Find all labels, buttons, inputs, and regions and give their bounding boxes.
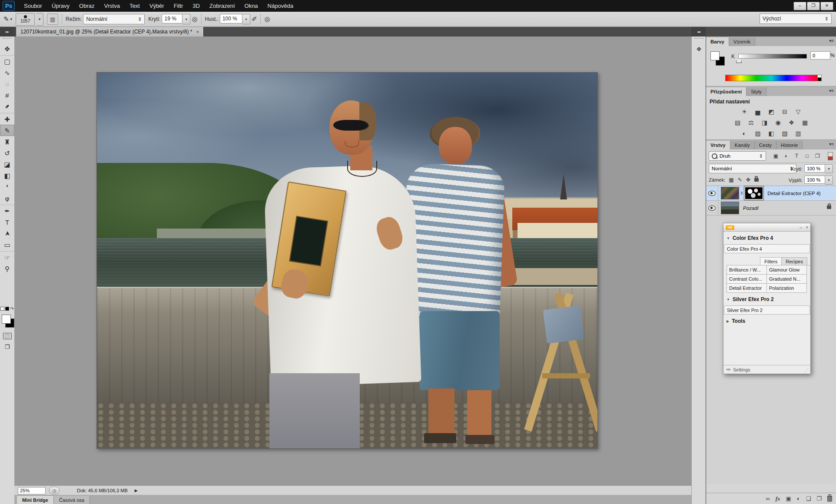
workspace-select[interactable]: Výchozí⇕ [760, 13, 832, 24]
color-spectrum-ramp[interactable] [725, 75, 818, 81]
silver-efex-pro-button[interactable]: Silver Efex Pro 2 [724, 305, 810, 315]
menu-item[interactable]: Zobrazení [205, 0, 240, 12]
photo-document[interactable] [96, 72, 598, 449]
status-menu-arrow-icon[interactable]: ▶ [135, 488, 138, 493]
mask-link-icon[interactable]: ∞ [740, 192, 744, 195]
menu-item[interactable]: Soubor [19, 0, 47, 12]
nik-tab-filters[interactable]: Filters [760, 257, 782, 265]
opacity-input[interactable]: 19 % [162, 14, 182, 23]
foreground-color-well[interactable] [710, 51, 720, 60]
panel-menu-icon[interactable]: ▾≡ [829, 142, 834, 146]
nik-filter-button[interactable]: Glamour Glow [766, 265, 807, 275]
resize-grip-icon[interactable]: ⋰ [805, 368, 809, 372]
layer-visibility-cell[interactable] [706, 201, 718, 215]
lock-transparency-icon[interactable]: ▦ [729, 177, 733, 183]
opacity-dropdown[interactable]: ▾ [182, 14, 190, 24]
layer-name[interactable]: Detail Extractor (CEP 4) [767, 191, 821, 196]
tab-history[interactable]: Historie [776, 141, 803, 149]
move-tool[interactable]: ✥ [0, 43, 14, 54]
airbrush-icon[interactable]: ✐ [252, 15, 257, 23]
curves-icon[interactable]: ◩ [767, 108, 776, 116]
nik-section-color-efex[interactable]: ▼ Color Efex Pro 4 [727, 235, 810, 241]
gradient-map-icon[interactable]: ▧ [780, 129, 789, 137]
screen-mode-icon[interactable]: ❐ [0, 342, 14, 351]
spectrum-black-swatch[interactable] [817, 77, 822, 81]
delete-layer-icon[interactable] [827, 496, 832, 502]
dock-collapse-icon[interactable]: ◂◂ [691, 27, 706, 36]
lock-pixels-icon[interactable]: ✎ [738, 177, 742, 183]
layer-row-detail-extractor[interactable]: ∞ Detail Extractor (CEP 4) [706, 186, 836, 201]
menu-item[interactable]: Okna [240, 0, 263, 12]
filter-smart-objects-icon[interactable]: ❐ [814, 153, 821, 160]
layer-row-background[interactable]: Pozadí [706, 201, 836, 216]
panel-menu-icon[interactable]: ▾≡ [829, 38, 834, 43]
tab-adjustments[interactable]: Přizpůsobení [706, 87, 746, 96]
toolbar-collapse-icon[interactable]: ▸▸ [0, 27, 14, 36]
lock-position-icon[interactable]: ✥ [746, 177, 750, 183]
hue-saturation-icon[interactable]: ▤ [733, 119, 742, 126]
menu-item[interactable]: 3D [188, 0, 205, 12]
nik-section-tools[interactable]: ▶ Tools [727, 318, 810, 324]
threshold-icon[interactable]: ◧ [767, 129, 776, 137]
rectangular-marquee-tool[interactable]: ▢ [0, 55, 14, 67]
brush-preset-picker[interactable]: 1057 [16, 13, 35, 26]
k-slider-track[interactable] [738, 54, 807, 59]
tablet-pressure-opacity-icon[interactable]: ◎ [192, 15, 197, 23]
tab-close-icon[interactable]: × [196, 29, 199, 34]
default-colors-bg-icon[interactable] [5, 307, 9, 311]
new-layer-icon[interactable]: ❐ [816, 496, 822, 501]
swap-colors-icon[interactable]: ↷ [10, 306, 13, 311]
link-layers-icon[interactable]: ∞ [766, 496, 770, 501]
close-button[interactable]: ✕ [820, 2, 833, 10]
layer-opacity-input[interactable]: 100 % [804, 164, 825, 172]
menu-item[interactable]: Obraz [74, 0, 99, 12]
posterize-icon[interactable]: ▨ [753, 129, 762, 137]
nik-filter-button[interactable]: Contrast Colo... [727, 275, 767, 284]
lasso-tool[interactable]: ∿ [0, 67, 14, 78]
tool-preset-arrow-icon[interactable]: ▾ [10, 17, 13, 21]
eyedropper-tool[interactable]: ✒ [0, 101, 14, 112]
clone-stamp-tool[interactable]: ♜ [0, 136, 14, 147]
nik-filter-button[interactable]: Brilliance / W... [727, 265, 767, 275]
photo-filter-icon[interactable]: ◉ [774, 119, 783, 126]
selective-color-icon[interactable]: ▥ [794, 129, 803, 137]
toolbar-grip[interactable] [3, 38, 12, 42]
filter-adjustment-layers-icon[interactable]: ◐ [783, 153, 790, 160]
panel-menu-icon[interactable]: ▾≡ [829, 88, 834, 93]
blend-mode-select[interactable]: Normální⇕ [83, 14, 145, 24]
tab-paths[interactable]: Cesty [755, 141, 776, 149]
type-tool[interactable]: T [0, 216, 14, 228]
tab-layers[interactable]: Vrstvy [706, 141, 730, 149]
menu-item[interactable]: Filtr [169, 0, 188, 12]
tab-styles[interactable]: Styly [746, 87, 766, 96]
status-popup-button[interactable]: ◷ [49, 487, 60, 494]
layer-thumbnail[interactable] [721, 187, 739, 199]
strip-grip[interactable] [694, 38, 703, 42]
brightness-contrast-icon[interactable]: ☀ [740, 108, 749, 116]
toggle-brush-panel-button[interactable]: ▥ [47, 13, 58, 25]
add-layer-mask-icon[interactable]: ▣ [786, 496, 791, 501]
channel-mixer-icon[interactable]: ❖ [787, 119, 796, 126]
quick-selection-tool[interactable]: ◌ [0, 78, 14, 90]
invert-icon[interactable]: ◐ [740, 129, 749, 137]
layer-fill-dropdown[interactable]: ▾ [825, 176, 833, 185]
lock-all-icon[interactable] [754, 178, 759, 182]
properties-panel-icon[interactable]: ❖ [692, 43, 706, 55]
new-group-icon[interactable]: ❏ [806, 496, 811, 501]
menu-item[interactable]: Nápověda [263, 0, 298, 12]
blur-tool[interactable]: ❛ [0, 181, 14, 192]
layer-visibility-cell[interactable] [706, 186, 718, 200]
rectangle-tool[interactable]: ▭ [0, 239, 14, 250]
default-colors-icon[interactable] [0, 307, 4, 311]
path-selection-tool[interactable]: ➤ [0, 228, 14, 239]
nik-filter-button[interactable]: Detail Extractor [727, 284, 767, 293]
filter-shape-layers-icon[interactable]: □ [803, 153, 811, 160]
layer-mask-thumbnail[interactable] [744, 186, 763, 200]
filter-pixel-layers-icon[interactable]: ▣ [772, 153, 780, 160]
new-adjustment-layer-icon[interactable]: ◐ [797, 496, 800, 501]
nik-filter-button[interactable]: Polarization [766, 284, 807, 293]
nik-minimize-icon[interactable]: – [800, 225, 803, 230]
hand-tool[interactable]: ☞ [0, 251, 14, 263]
tab-swatches[interactable]: Vzorník [729, 37, 755, 46]
crop-tool[interactable]: # [0, 90, 14, 101]
